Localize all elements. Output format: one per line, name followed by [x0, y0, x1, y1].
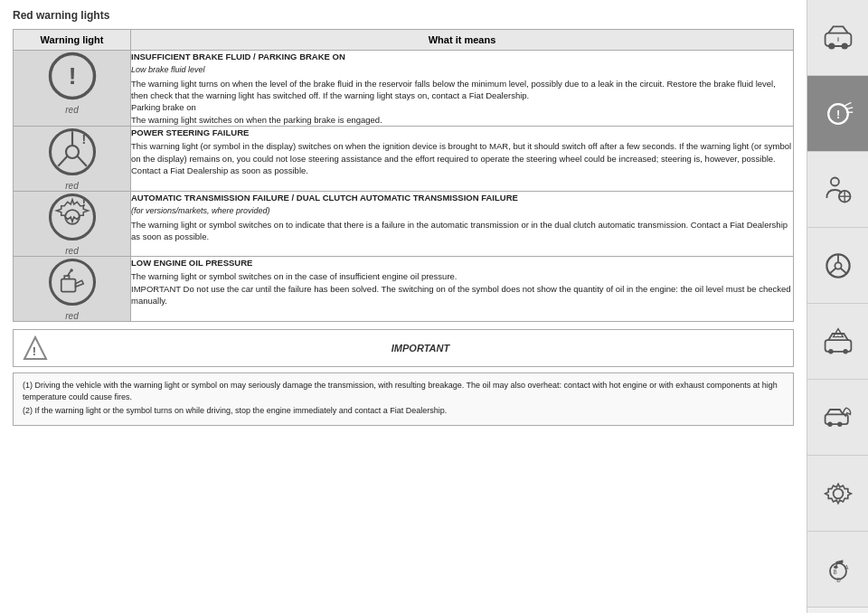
warning-light-icon: ! [822, 98, 854, 130]
sidebar-item-music-nav[interactable]: B A D [807, 532, 868, 608]
note-2: (2) If the warning light or the symbol t… [23, 405, 784, 417]
row-title-2: AUTOMATIC TRANSMISSION FAILURE / DUAL CL… [131, 192, 793, 203]
svg-point-41 [837, 421, 842, 426]
svg-text:i: i [837, 34, 839, 42]
row-text-0: Parking brake on [131, 101, 793, 113]
text-cell-2: AUTOMATIC TRANSMISSION FAILURE / DUAL CL… [131, 192, 794, 257]
svg-text:!: ! [68, 62, 76, 90]
sidebar-item-warning-light[interactable]: ! [807, 76, 868, 152]
settings-icon [822, 477, 854, 510]
svg-line-33 [840, 268, 846, 273]
svg-line-6 [77, 156, 87, 165]
row-title-3: LOW ENGINE OIL PRESSURE [131, 257, 793, 269]
icon-cell-2: !red [14, 192, 131, 257]
svg-point-25 [830, 177, 838, 185]
svg-rect-12 [61, 279, 75, 292]
row-text-2: The warning light or symbol switches on … [131, 219, 793, 243]
sidebar-item-car-wrench[interactable] [807, 380, 868, 456]
svg-line-23 [846, 107, 853, 108]
col1-header: Warning light [14, 30, 131, 51]
svg-point-17 [828, 42, 835, 49]
svg-point-42 [833, 488, 843, 498]
music-nav-icon: B A D [822, 553, 854, 586]
icon-cell-1: !red [14, 127, 131, 192]
important-box: ! IMPORTANT [13, 329, 794, 367]
svg-text:!: ! [81, 194, 86, 209]
car-info-icon: i [822, 22, 854, 54]
text-cell-3: LOW ENGINE OIL PRESSUREThe warning light… [131, 257, 794, 322]
sidebar-item-car-warning[interactable]: ! [807, 304, 868, 380]
svg-text:!: ! [837, 331, 839, 336]
svg-point-48 [834, 565, 838, 569]
row-subtitle-0: Low brake fluid level [131, 64, 793, 76]
svg-text:B: B [833, 569, 836, 575]
svg-point-13 [70, 269, 73, 272]
row-text-0: The warning light switches on when the p… [131, 114, 793, 126]
svg-point-35 [828, 349, 833, 354]
svg-text:!: ! [33, 344, 36, 358]
text-cell-1: POWER STEERING FAILUREThis warning light… [131, 127, 794, 192]
row-text-1: This warning light (or symbol in the dis… [131, 140, 793, 176]
row-text-3: The warning light or symbol switches on … [131, 270, 793, 282]
sidebar-item-car-info[interactable]: i [807, 0, 868, 76]
important-label: IMPORTANT [57, 343, 784, 354]
text-cell-0: INSUFFICIENT BRAKE FLUID / PARKING BRAKE… [131, 51, 794, 127]
car-wrench-icon [822, 401, 854, 434]
warning-table: Warning light What it means !redINSUFFIC… [13, 29, 794, 322]
row-subtitle-2: (for versions/markets, where provided) [131, 205, 793, 217]
important-icon: ! [23, 335, 48, 361]
note-1: (1) Driving the vehicle with the warning… [23, 380, 784, 403]
note-box: (1) Driving the vehicle with the warning… [13, 373, 794, 426]
svg-point-30 [835, 262, 841, 269]
sidebar-item-person-tools[interactable] [807, 152, 868, 228]
svg-point-11 [50, 260, 94, 305]
icon-cell-3: red [14, 257, 131, 322]
svg-text:D: D [836, 577, 841, 583]
svg-text:!: ! [81, 132, 86, 146]
row-text-0: The warning light turns on when the leve… [131, 78, 793, 102]
main-content: Red warning lights Warning light What it… [0, 0, 807, 613]
svg-point-18 [841, 42, 847, 49]
svg-text:A: A [844, 564, 849, 571]
svg-rect-34 [825, 340, 851, 352]
svg-line-32 [829, 268, 835, 273]
svg-point-36 [843, 349, 847, 354]
icon-cell-0: !red [14, 51, 131, 127]
svg-text:!: ! [835, 108, 839, 120]
row-title-1: POWER STEERING FAILURE [131, 127, 793, 138]
sidebar-item-steering[interactable] [807, 228, 868, 304]
row-title-0: INSUFFICIENT BRAKE FLUID / PARKING BRAKE… [131, 51, 793, 62]
page-title: Red warning lights [13, 9, 794, 22]
sidebar-item-settings[interactable] [807, 456, 868, 532]
svg-line-5 [58, 156, 68, 165]
person-tools-icon [822, 174, 854, 206]
row-text-3: IMPORTANT Do not use the car until the f… [131, 283, 793, 307]
col2-header: What it means [131, 30, 794, 51]
svg-point-40 [827, 421, 832, 426]
svg-line-22 [844, 102, 851, 106]
sidebar: i ! [807, 0, 868, 613]
car-warning-icon: ! [822, 325, 854, 358]
steering-icon [822, 250, 854, 282]
